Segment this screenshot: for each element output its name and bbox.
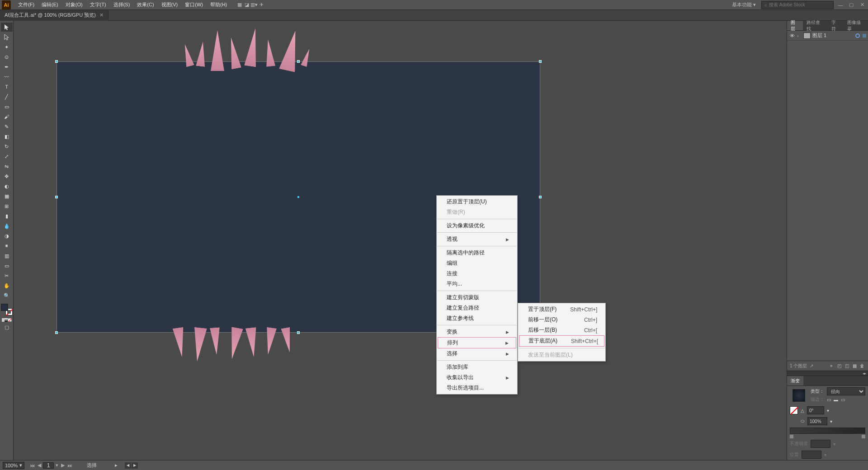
restore-button[interactable]: ▢ (847, 1, 855, 9)
eyedropper-tool[interactable]: 💧 (1, 221, 13, 230)
selection-handle[interactable] (297, 331, 300, 334)
export-icon[interactable]: ↗ (810, 363, 813, 368)
selection-handle[interactable] (297, 60, 300, 63)
tab-image-trace[interactable]: 图像描摹 (844, 21, 868, 30)
selection-tool[interactable] (1, 23, 13, 32)
dropdown-icon[interactable]: ▾ (827, 408, 829, 413)
fill-swatch[interactable] (1, 304, 8, 311)
ctx-pixel-optimize[interactable]: 设为像素级优化 (437, 221, 517, 231)
ctx-bring-forward[interactable]: 前移一层(O)Ctrl+] (518, 315, 605, 325)
hand-tool[interactable]: ✋ (1, 281, 13, 290)
selection-handle[interactable] (55, 196, 58, 198)
clip-mask-icon[interactable]: ◰ (836, 363, 842, 369)
page-dropdown-icon[interactable]: ▾ (55, 462, 59, 468)
stroke-mode-icon[interactable]: ▭ (827, 397, 831, 402)
status-dropdown-icon[interactable]: ▸ (115, 462, 118, 468)
selection-handle[interactable] (539, 60, 542, 63)
blend-tool[interactable]: ◑ (1, 231, 13, 240)
ctx-select[interactable]: 选择▶ (437, 348, 517, 359)
bridge-icon[interactable]: ▦ (236, 1, 243, 9)
ctx-export-selection[interactable]: 导出所选项目... (437, 383, 517, 393)
zoom-level[interactable]: 100% ▾ (3, 462, 24, 469)
ctx-ungroup[interactable]: 编组 (437, 258, 517, 268)
locate-icon[interactable]: ⌖ (828, 363, 835, 369)
document-tab[interactable]: AI混合工具.ai* @ 100% (RGB/GPU 预览) ✕ (0, 10, 108, 21)
symbol-sprayer-tool[interactable]: ✷ (1, 241, 13, 250)
ctx-send-back[interactable]: 置于底层(A)Shift+Ctrl+[ (519, 335, 604, 347)
gradient-type-select[interactable]: 径向 (827, 387, 865, 395)
gradient-stop[interactable] (790, 435, 793, 438)
layer-name[interactable]: 图层 1 (812, 32, 854, 39)
gradient-swatch[interactable] (790, 406, 798, 414)
ctx-arrange[interactable]: 排列▶ (438, 337, 516, 348)
pencil-tool[interactable]: ✎ (1, 122, 13, 131)
page-input[interactable] (43, 462, 54, 469)
gpu-icon[interactable]: ✈ (258, 1, 265, 9)
mesh-tool[interactable]: ⊞ (1, 202, 13, 211)
screen-mode-toggle[interactable]: ▢ (1, 323, 13, 332)
slice-tool[interactable]: ✂ (1, 271, 13, 280)
rotate-tool[interactable]: ↻ (1, 142, 13, 151)
ctx-average[interactable]: 平均... (437, 279, 517, 289)
magic-wand-tool[interactable]: ✦ (1, 42, 13, 52)
pen-tool[interactable]: ✒ (1, 62, 13, 71)
close-button[interactable]: ✕ (858, 1, 866, 9)
prev-page-icon[interactable]: ◀ (37, 462, 42, 468)
shape-builder-tool[interactable]: ◐ (1, 182, 13, 191)
selection-handle[interactable] (539, 196, 542, 198)
ctx-make-guides[interactable]: 建立参考线 (437, 313, 517, 324)
selection-handle[interactable] (55, 60, 58, 63)
panel-collapse[interactable]: ◂▸ (787, 371, 868, 376)
rectangle-tool[interactable]: ▭ (1, 102, 13, 111)
ctx-compound-path[interactable]: 建立复合路径 (437, 303, 517, 313)
menu-type[interactable]: 文字(T) (86, 0, 110, 10)
menu-file[interactable]: 文件(F) (14, 0, 38, 10)
menu-effect[interactable]: 效果(C) (133, 0, 157, 10)
close-tab-icon[interactable]: ✕ (99, 12, 104, 18)
gradient-tool[interactable]: ▮ (1, 212, 13, 221)
fill-stroke-swatches[interactable] (1, 304, 13, 315)
tab-character[interactable]: 字符 (828, 21, 844, 30)
workspace-switcher[interactable]: 基本功能 ▾ (729, 1, 759, 8)
zoom-tool[interactable]: 🔍 (1, 291, 13, 300)
color-mode-toggle[interactable] (2, 318, 12, 322)
gradient-slider[interactable] (790, 428, 865, 434)
new-sublayer-icon[interactable]: ◫ (844, 363, 850, 369)
stroke-mode-icon[interactable]: ▬ (834, 397, 838, 402)
gradient-preview[interactable] (793, 389, 805, 402)
stock-icon[interactable]: ◪ (243, 1, 250, 9)
minimize-button[interactable]: — (836, 1, 844, 9)
selection-handle[interactable] (55, 331, 58, 334)
first-page-icon[interactable]: ⏮ (29, 463, 36, 468)
arrange-docs-icon[interactable]: ▥▾ (250, 1, 258, 9)
artboard-pager[interactable]: ⏮ ◀ ▾ ▶ ⏭ (29, 462, 73, 469)
gradient-stop[interactable] (862, 435, 865, 438)
ctx-join[interactable]: 连接 (437, 268, 517, 279)
lasso-tool[interactable]: ⊙ (1, 52, 13, 61)
ctx-collect-export[interactable]: 收集以导出▶ (437, 372, 517, 383)
target-icon[interactable] (855, 33, 860, 38)
layer-row[interactable]: 👁 › 图层 1 (787, 31, 868, 41)
column-graph-tool[interactable]: ▥ (1, 251, 13, 260)
menu-help[interactable]: 帮助(H) (207, 0, 231, 10)
stroke-mode-icon[interactable]: ▭ (841, 397, 845, 402)
tab-pathfinder[interactable]: 路径查找 (803, 21, 827, 30)
delete-layer-icon[interactable]: 🗑 (859, 363, 865, 369)
tab-layers[interactable]: 图层 (787, 21, 803, 30)
gradient-angle-input[interactable] (807, 406, 824, 414)
tab-gradient[interactable]: 渐变 (787, 376, 803, 385)
ctx-perspective[interactable]: 透视▶ (437, 234, 517, 244)
width-tool[interactable]: ⇋ (1, 162, 13, 171)
expand-icon[interactable]: › (797, 33, 802, 38)
last-page-icon[interactable]: ⏭ (66, 463, 73, 468)
perspective-grid-tool[interactable]: ▦ (1, 192, 13, 201)
menu-object[interactable]: 对象(O) (62, 0, 86, 10)
free-transform-tool[interactable]: ✥ (1, 172, 13, 181)
ctx-isolate[interactable]: 隔离选中的路径 (437, 248, 517, 258)
ctx-transform[interactable]: 变换▶ (437, 327, 517, 337)
visibility-icon[interactable]: 👁 (789, 33, 795, 38)
next-page-icon[interactable]: ▶ (60, 462, 66, 468)
menu-select[interactable]: 选择(S) (110, 0, 134, 10)
scroll-right-icon[interactable]: ▶ (132, 462, 138, 469)
type-tool[interactable]: T (1, 82, 13, 91)
